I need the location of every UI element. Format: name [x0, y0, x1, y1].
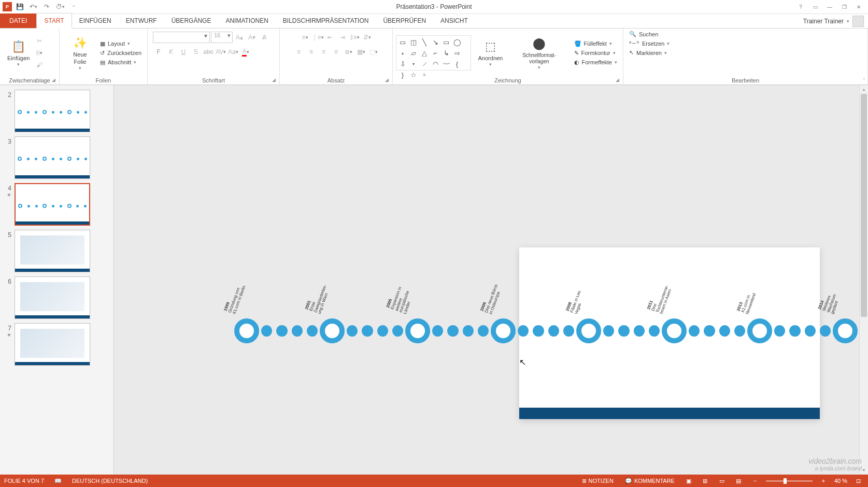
help-button[interactable]: ? — [794, 1, 807, 12]
spellcheck-icon[interactable]: 📖 — [54, 478, 62, 484]
format-painter-button[interactable]: 🖌 — [34, 59, 45, 71]
increase-indent-button[interactable]: ⇥ — [337, 32, 348, 43]
timeline-node[interactable] — [833, 318, 858, 343]
save-button[interactable]: 💾 — [14, 1, 25, 12]
slide-thumbnail[interactable] — [15, 90, 90, 132]
font-family-input[interactable] — [153, 32, 210, 43]
slideshow-view-button[interactable]: ▤ — [733, 476, 744, 485]
shape-more1[interactable]: ▴ — [397, 48, 408, 58]
timeline-node[interactable] — [405, 318, 430, 343]
find-button[interactable]: 🔍Suchen — [627, 30, 661, 38]
slide-canvas[interactable]: 1999Gründung vonX1.com in Berlin2001Erst… — [114, 85, 868, 475]
strike-button[interactable]: abc — [203, 46, 214, 58]
scroll-up-button[interactable]: ▴ — [860, 85, 868, 94]
shape-ellipse[interactable]: ◯ — [452, 37, 462, 47]
slide-thumbnail[interactable] — [15, 136, 90, 179]
reading-view-button[interactable]: ▭ — [716, 476, 728, 485]
decrease-font-button[interactable]: A▾ — [246, 32, 258, 43]
cut-button[interactable]: ✂ — [34, 35, 45, 47]
slide-thumbnail[interactable] — [15, 230, 90, 272]
bold-button[interactable]: F — [153, 46, 164, 58]
tab-start[interactable]: START — [36, 13, 72, 29]
vertical-scrollbar[interactable]: ▴ ▾ — [859, 85, 868, 475]
zoom-slider[interactable] — [766, 480, 813, 482]
change-case-button[interactable]: Aa▾ — [227, 46, 239, 58]
shape-arrow-r[interactable]: ⇨ — [452, 48, 462, 58]
columns-arrow-button[interactable]: ≣▾ — [343, 46, 354, 58]
shape-more2[interactable]: ▾ — [408, 59, 419, 69]
shape-line[interactable]: ╲ — [419, 37, 430, 47]
align-right-button[interactable]: ≡ — [318, 46, 330, 58]
font-color-button[interactable]: A▾ — [240, 46, 251, 58]
shape-effects-button[interactable]: ◐Formeffekte▾ — [572, 58, 620, 67]
shape-freeform[interactable]: ◠ — [430, 59, 440, 69]
ribbon-display-button[interactable]: ▭ — [808, 1, 822, 12]
timeline-node[interactable] — [576, 318, 601, 343]
zoom-in-button[interactable]: + — [818, 476, 829, 485]
shape-rect[interactable]: ▭ — [441, 37, 451, 47]
timeline-node[interactable] — [491, 318, 516, 343]
minimize-button[interactable]: — — [823, 1, 836, 12]
shape-wave[interactable]: 〰 — [441, 59, 451, 69]
zoom-level[interactable]: 40 % — [834, 478, 847, 484]
layout-button[interactable]: ▦Layout▾ — [97, 39, 144, 48]
line-spacing-button[interactable]: ‡≡▾ — [349, 32, 361, 43]
shape-connector[interactable]: ↳ — [441, 48, 451, 58]
tab-slideshow[interactable]: BILDSCHIRMPRÄSENTATION — [276, 13, 376, 28]
slide-thumbnails[interactable]: 234★567★ — [0, 85, 114, 475]
replace-button[interactable]: ᵃ↔ᵇErsetzen▾ — [627, 39, 672, 48]
copy-button[interactable]: ⎘▾ — [34, 47, 45, 59]
scroll-thumb[interactable] — [861, 94, 867, 317]
start-from-beginning-button[interactable]: ⏱▾ — [54, 1, 66, 12]
slide-thumbnail[interactable] — [15, 323, 90, 366]
align-center-button[interactable]: ≡ — [306, 46, 317, 58]
char-spacing-button[interactable]: AV▾ — [215, 46, 226, 58]
qat-customize[interactable]: ⁼ — [68, 1, 79, 12]
shape-fill-button[interactable]: 🪣Fülleffekt▾ — [572, 39, 620, 48]
shape-brace-l[interactable]: { — [452, 59, 462, 69]
collapse-ribbon-button[interactable]: ˆ — [863, 78, 865, 84]
font-size-input[interactable]: 16 — [211, 32, 233, 43]
text-direction-button[interactable]: ⇵▾ — [362, 32, 373, 43]
text-shadow-button[interactable]: S — [190, 46, 202, 58]
align-left-button[interactable]: ≡ — [293, 46, 305, 58]
notes-button[interactable]: ≣NOTIZEN — [579, 476, 617, 486]
slide-counter[interactable]: FOLIE 4 VON 7 — [4, 478, 44, 484]
redo-button[interactable]: ↷ — [41, 1, 52, 12]
tab-insert[interactable]: EINFÜGEN — [72, 13, 119, 28]
restore-button[interactable]: ❐ — [837, 1, 851, 12]
timeline-node[interactable] — [747, 318, 772, 343]
section-button[interactable]: ▤Abschnitt▾ — [97, 58, 144, 67]
underline-button[interactable]: U — [178, 46, 189, 58]
shape-l[interactable]: ⌐ — [430, 48, 440, 58]
tab-transitions[interactable]: ÜBERGÄNGE — [164, 13, 219, 28]
dialog-launcher-drawing[interactable]: ◢ — [616, 77, 622, 84]
shape-triangle[interactable]: △ — [419, 48, 430, 58]
smartart-button[interactable]: ⬚▾ — [368, 46, 379, 58]
shape-arrow-line[interactable]: ↘ — [430, 37, 440, 47]
comments-button[interactable]: 💬KOMMENTARE — [622, 476, 678, 486]
quick-styles-button[interactable]: ⬤ Schnellformat-vorlagen ▾ — [510, 34, 568, 73]
slide-thumbnail[interactable] — [15, 183, 90, 226]
scroll-down-button[interactable]: ▾ — [860, 466, 868, 475]
timeline-smartart[interactable]: 1999Gründung vonX1.com in Berlin2001Erst… — [234, 318, 858, 343]
increase-font-button[interactable]: A▴ — [234, 32, 245, 43]
shape-textbox2[interactable]: ◫ — [408, 37, 419, 47]
shape-curve[interactable]: ⟋ — [419, 59, 430, 69]
timeline-node[interactable] — [234, 318, 259, 343]
dialog-launcher-clipboard[interactable]: ◢ — [52, 77, 58, 84]
align-text-button[interactable]: ▦▾ — [355, 46, 367, 58]
fit-window-button[interactable]: ⊡ — [852, 476, 864, 485]
shape-outline-button[interactable]: ✎Formkontur▾ — [572, 49, 620, 58]
arrange-button[interactable]: ⬚ Anordnen ▾ — [474, 36, 507, 69]
language-indicator[interactable]: DEUTSCH (DEUTSCHLAND) — [72, 478, 148, 484]
italic-button[interactable]: K — [165, 46, 177, 58]
timeline-node[interactable] — [662, 318, 687, 343]
reset-button[interactable]: ↺Zurücksetzen — [97, 49, 144, 58]
shape-textbox[interactable]: ▭ — [397, 37, 408, 47]
zoom-handle[interactable] — [784, 478, 787, 484]
dialog-launcher-paragraph[interactable]: ◢ — [385, 77, 391, 84]
shape-rect2[interactable]: ▱ — [408, 48, 419, 58]
paste-button[interactable]: 📋 Einfügen ▾ — [3, 36, 34, 69]
tab-review[interactable]: ÜBERPRÜFEN — [376, 13, 433, 28]
